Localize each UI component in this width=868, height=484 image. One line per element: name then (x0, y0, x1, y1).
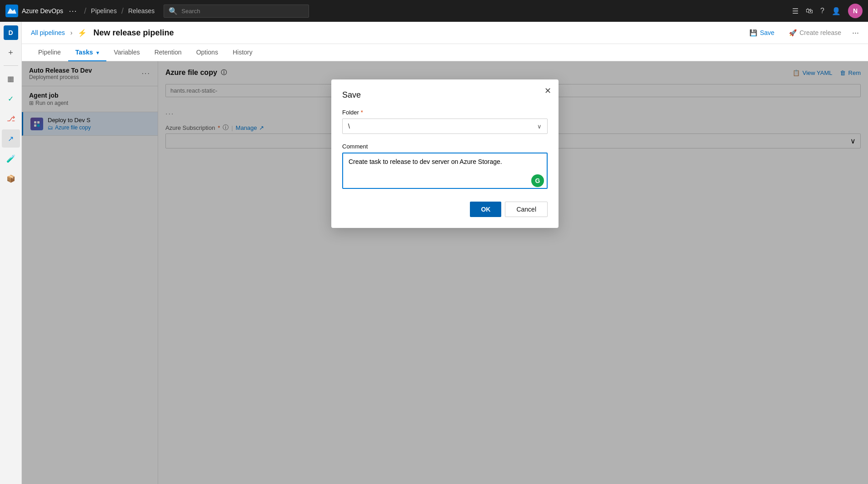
sidebar-org[interactable]: D (4, 25, 18, 40)
sidebar-divider (4, 65, 18, 66)
comment-label: Comment (342, 143, 548, 150)
tab-variables[interactable]: Variables (106, 44, 147, 61)
comment-textarea-container: Create task to release to dev server on … (342, 153, 548, 191)
nav-pipelines[interactable]: Pipelines (91, 7, 117, 15)
main-content: All pipelines › ⚡ New release pipeline 💾… (22, 22, 868, 484)
modal-actions: OK Cancel (342, 202, 548, 217)
brand-logo[interactable]: Azure DevOps (5, 5, 63, 17)
cancel-button[interactable]: Cancel (505, 202, 548, 217)
package-icon: 📦 (6, 174, 15, 183)
folder-value: \ (348, 123, 350, 130)
user-avatar[interactable]: N (848, 4, 863, 18)
settings-user-icon[interactable]: 👤 (832, 7, 841, 15)
sidebar-item-add[interactable]: + (2, 44, 20, 62)
tab-pipeline[interactable]: Pipeline (31, 44, 68, 61)
page-header: All pipelines › ⚡ New release pipeline 💾… (22, 22, 868, 44)
tab-retention[interactable]: Retention (147, 44, 189, 61)
save-icon: 💾 (749, 29, 757, 36)
pipelines-icon: ↗ (8, 134, 14, 143)
sidebar-item-package[interactable]: 📦 (2, 169, 20, 188)
sidebar-item-pipelines[interactable]: ↗ (2, 129, 20, 148)
help-icon[interactable]: ? (820, 7, 824, 15)
shopping-icon[interactable]: 🛍 (806, 7, 813, 15)
breadcrumb-separator-1: / (84, 6, 86, 16)
tab-navigation: Pipeline Tasks ▾ Variables Retention Opt… (22, 44, 868, 61)
boards-icon: ▦ (7, 74, 14, 83)
sidebar-item-flask[interactable]: 🧪 (2, 149, 20, 168)
comment-field: Comment Create task to release to dev se… (342, 143, 548, 191)
topnav-more-button[interactable]: ⋯ (67, 6, 80, 16)
tab-tasks[interactable]: Tasks ▾ (68, 44, 107, 61)
sidebar: D + ▦ ✓ ⎇ ↗ 🧪 📦 (0, 22, 22, 484)
flask-icon: 🧪 (6, 154, 15, 163)
comment-textarea[interactable]: Create task to release to dev server on … (342, 153, 548, 189)
search-icon: 🔍 (169, 7, 178, 15)
folder-field: Folder * \ ∨ (342, 109, 548, 134)
grammarly-icon: G (531, 174, 544, 187)
save-modal: Save ✕ Folder * \ ∨ (331, 79, 559, 228)
check-icon: ✓ (8, 94, 14, 103)
nav-releases[interactable]: Releases (128, 7, 155, 15)
notifications-icon[interactable]: ☰ (792, 7, 798, 15)
folder-chevron-icon: ∨ (537, 123, 542, 130)
tab-history[interactable]: History (225, 44, 260, 61)
add-icon: + (8, 48, 13, 58)
pipeline-release-icon: ⚡ (78, 29, 87, 37)
search-box[interactable]: 🔍 (164, 5, 309, 18)
repo-icon: ⎇ (7, 114, 15, 123)
save-button[interactable]: 💾 Save (746, 27, 778, 38)
breadcrumb-separator-2: / (121, 6, 124, 16)
header-more-button[interactable]: ··· (852, 28, 859, 38)
ok-button[interactable]: OK (470, 202, 501, 217)
topnav-icons: ☰ 🛍 ? 👤 N (792, 4, 863, 18)
sidebar-item-boards[interactable]: ▦ (2, 69, 20, 88)
search-input[interactable] (181, 8, 304, 15)
folder-label: Folder * (342, 109, 548, 116)
tab-options[interactable]: Options (189, 44, 225, 61)
page-header-actions: 💾 Save 🚀 Create release ··· (746, 27, 859, 38)
sidebar-item-check[interactable]: ✓ (2, 89, 20, 108)
header-breadcrumb-sep: › (70, 29, 73, 36)
tasks-chevron-icon: ▾ (96, 50, 99, 55)
modal-close-button[interactable]: ✕ (544, 87, 551, 95)
top-navigation: Azure DevOps ⋯ / Pipelines / Releases 🔍 … (0, 0, 868, 22)
content-area: Auto Release To Dev Deployment process ·… (22, 61, 868, 484)
modal-title: Save (342, 90, 548, 100)
sidebar-item-repo[interactable]: ⎇ (2, 109, 20, 128)
folder-select[interactable]: \ ∨ (342, 119, 548, 134)
create-release-button[interactable]: 🚀 Create release (785, 27, 845, 38)
folder-required: * (361, 109, 363, 116)
brand-name: Azure DevOps (22, 7, 63, 15)
all-pipelines-link[interactable]: All pipelines (31, 29, 65, 36)
page-title: New release pipeline (93, 28, 174, 38)
rocket-icon: 🚀 (789, 29, 797, 36)
modal-overlay[interactable]: Save ✕ Folder * \ ∨ (22, 61, 868, 484)
